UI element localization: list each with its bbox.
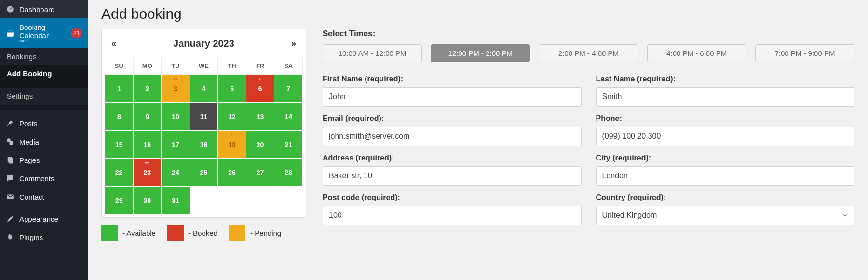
calendar-day-3[interactable]: **3	[162, 75, 190, 103]
postcode-label: Post code (required):	[323, 193, 582, 202]
calendar-prev-button[interactable]: «	[108, 39, 119, 49]
calendar-day-24[interactable]: 24	[162, 159, 190, 187]
postcode-input[interactable]	[323, 206, 582, 225]
weekday-label: MO	[133, 57, 162, 75]
calendar-title: January 2023	[173, 38, 234, 49]
calendar-day-number: 1	[117, 85, 121, 93]
sidebar-subnav-bookings[interactable]: Bookings	[0, 48, 88, 65]
last-name-input[interactable]	[596, 87, 855, 107]
calendar-day-11[interactable]: 11	[190, 103, 218, 131]
calendar-day-23[interactable]: **23	[133, 159, 162, 187]
calendar-day-20[interactable]: 20	[246, 131, 274, 159]
calendar-day-number: 27	[257, 169, 264, 176]
country-value: United Kingdom	[602, 211, 657, 220]
calendar-day-6[interactable]: *6	[246, 75, 274, 103]
sidebar-item-dashboard[interactable]: Dashboard	[0, 0, 88, 18]
address-input[interactable]	[323, 166, 582, 186]
calendar-day-29[interactable]: 29	[105, 187, 134, 214]
time-slots: 10:00 AM - 12:00 PM12:00 PM - 2:00 PM2:0…	[323, 44, 854, 62]
sidebar-item-label: Dashboard	[19, 5, 54, 13]
sidebar-item-media[interactable]: Media	[0, 133, 88, 151]
calendar-day-26[interactable]: 26	[218, 159, 246, 187]
weekday-label: SA	[274, 57, 303, 75]
calendar-day-number: 7	[286, 85, 290, 93]
booking-form: Select Times: 10:00 AM - 12:00 PM12:00 P…	[323, 29, 854, 233]
city-input[interactable]	[596, 166, 855, 186]
calendar-day-31[interactable]: 31	[162, 187, 190, 214]
calendar-day-4[interactable]: 4	[190, 75, 218, 103]
weekday-label: TU	[162, 57, 190, 75]
sidebar-item-label: Contact	[19, 193, 44, 201]
calendar-day-number: 13	[257, 113, 264, 120]
plug-icon	[6, 233, 14, 241]
time-slot-4[interactable]: 7:00 PM - 9:00 PM	[755, 44, 854, 62]
calendar-day-number: 28	[285, 169, 292, 176]
calendar-day-12[interactable]: 12	[218, 103, 246, 131]
country-label: Country (required):	[596, 193, 855, 202]
time-slot-2[interactable]: 2:00 PM - 4:00 PM	[539, 44, 638, 62]
email-label: Email (required):	[323, 114, 582, 123]
calendar-day-number: 25	[200, 169, 208, 176]
calendar-day-number: 3	[174, 85, 177, 93]
calendar-day-30[interactable]: 30	[133, 187, 162, 214]
weekday-label: FR	[246, 57, 274, 75]
sidebar-item-posts[interactable]: Posts	[0, 114, 88, 133]
sidebar-subnav-settings[interactable]: Settings	[0, 88, 88, 105]
sidebar-item-booking-calendar[interactable]: Booking Calendar WP 21	[0, 18, 88, 48]
country-select[interactable]: United Kingdom	[596, 206, 855, 225]
svg-rect-4	[10, 141, 14, 145]
calendar-day-14[interactable]: 14	[274, 103, 303, 131]
calendar-day-28[interactable]: 28	[274, 159, 303, 187]
dashboard-icon	[6, 5, 14, 13]
phone-input[interactable]	[596, 127, 855, 146]
calendar-day-22[interactable]: 22	[105, 159, 134, 187]
calendar-day-10[interactable]: 10	[162, 103, 190, 131]
calendar-week-row: 15161718*192021	[105, 131, 303, 159]
calendar-day-21[interactable]: 21	[274, 131, 303, 159]
calendar-day-number: 29	[115, 197, 123, 204]
calendar-week-row: 12**345*67	[105, 75, 303, 103]
phone-label: Phone:	[596, 114, 855, 123]
calendar-day-25[interactable]: 25	[190, 159, 218, 187]
calendar-day-number: 19	[228, 141, 236, 148]
sidebar-item-comments[interactable]: Comments	[0, 169, 88, 187]
sidebar-item-contact[interactable]: Contact	[0, 187, 88, 206]
sidebar-item-label: Comments	[19, 174, 54, 183]
calendar-day-empty	[246, 187, 274, 214]
calendar-day-27[interactable]: 27	[246, 159, 274, 187]
calendar-day-2[interactable]: 2	[133, 75, 162, 103]
calendar-day-16[interactable]: 16	[133, 131, 162, 159]
time-slot-1[interactable]: 12:00 PM - 2:00 PM	[431, 44, 530, 62]
calendar-day-13[interactable]: 13	[246, 103, 274, 131]
calendar-day-9[interactable]: 9	[133, 103, 162, 131]
time-slot-3[interactable]: 4:00 PM - 6:00 PM	[647, 44, 746, 62]
sidebar-item-plugins[interactable]: Plugins	[0, 228, 88, 246]
calendar-day-8[interactable]: 8	[105, 103, 134, 131]
calendar-day-17[interactable]: 17	[162, 131, 190, 159]
calendar-day-number: 15	[115, 141, 123, 148]
page-title: Add booking	[101, 6, 854, 22]
booking-indicator-dots: **	[134, 161, 162, 166]
mail-icon	[6, 192, 14, 201]
calendar-day-15[interactable]: 15	[105, 131, 134, 159]
calendar-weekday-row: SU MO TU WE TH FR SA	[105, 57, 303, 75]
calendar-next-button[interactable]: »	[288, 39, 299, 49]
sidebar-subnav-add-booking[interactable]: Add Booking	[0, 65, 88, 82]
calendar-day-5[interactable]: 5	[218, 75, 246, 103]
calendar-day-7[interactable]: 7	[274, 75, 303, 103]
email-input[interactable]	[323, 127, 582, 146]
city-label: City (required):	[596, 154, 855, 162]
chevron-down-icon	[841, 212, 848, 219]
comment-icon	[6, 174, 14, 183]
calendar-week-row: 293031	[105, 187, 303, 214]
calendar-day-18[interactable]: 18	[190, 131, 218, 159]
sidebar-item-appearance[interactable]: Appearance	[0, 210, 88, 228]
brush-icon	[6, 214, 14, 223]
calendar-day-19[interactable]: *19	[218, 131, 246, 159]
sidebar-item-label: Media	[19, 138, 39, 146]
first-name-input[interactable]	[323, 87, 582, 107]
time-slot-0[interactable]: 10:00 AM - 12:00 PM	[323, 44, 422, 62]
sidebar-item-pages[interactable]: Pages	[0, 151, 88, 169]
calendar-day-number: 9	[145, 113, 149, 120]
calendar-day-1[interactable]: 1	[105, 75, 134, 103]
